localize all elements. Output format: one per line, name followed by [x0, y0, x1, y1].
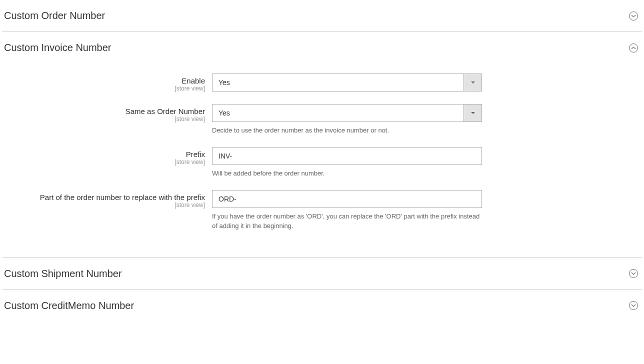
label-same-as-order: Same as Order Number: [2, 107, 205, 116]
scope-same-as-order: [store view]: [2, 116, 205, 122]
select-same-as-order-value: Yes: [212, 104, 464, 122]
section-title-shipment: Custom Shipment Number: [2, 268, 122, 280]
scope-prefix: [store view]: [2, 158, 205, 166]
select-enable[interactable]: Yes: [212, 74, 482, 92]
chevron-down-icon: [629, 12, 638, 20]
chevron-down-icon: [629, 301, 638, 310]
note-same-as-order: Decide to use the order number as the in…: [212, 126, 482, 135]
section-header-creditmemo[interactable]: Custom CreditMemo Number: [2, 290, 642, 322]
section-body-invoice: Enable [store view] Yes Same as Order Nu…: [2, 64, 642, 258]
section-header-shipment[interactable]: Custom Shipment Number: [2, 258, 642, 290]
caret-down-icon: [464, 74, 482, 91]
note-prefix: Will be added before the order number.: [212, 169, 482, 178]
chevron-up-icon: [629, 44, 638, 52]
section-title-order: Custom Order Number: [2, 10, 105, 22]
select-enable-value: Yes: [212, 74, 464, 91]
select-same-as-order[interactable]: Yes: [212, 104, 482, 122]
scope-replace-part: [store view]: [2, 202, 205, 208]
scope-enable: [store view]: [2, 85, 205, 92]
input-replace-part[interactable]: [212, 190, 482, 208]
label-replace-part: Part of the order number to replace with…: [2, 193, 205, 202]
section-title-invoice: Custom Invoice Number: [2, 42, 112, 54]
section-title-creditmemo: Custom CreditMemo Number: [2, 300, 134, 312]
note-replace-part: If you have the order number as 'ORD', y…: [212, 212, 482, 230]
section-header-invoice[interactable]: Custom Invoice Number: [2, 32, 642, 64]
chevron-down-icon: [629, 269, 638, 278]
input-prefix[interactable]: [212, 147, 482, 165]
label-prefix: Prefix: [2, 150, 205, 158]
section-header-order[interactable]: Custom Order Number: [2, 0, 642, 32]
caret-down-icon: [464, 104, 482, 122]
label-enable: Enable: [2, 76, 205, 85]
